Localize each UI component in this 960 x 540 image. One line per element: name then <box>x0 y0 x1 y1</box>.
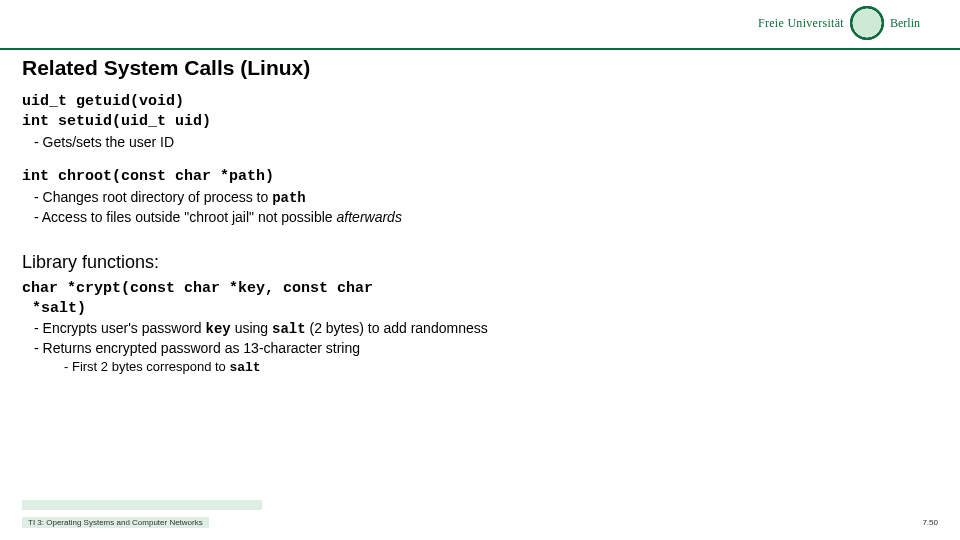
slide-content: uid_t getuid(void) int setuid(uid_t uid)… <box>22 92 938 377</box>
slide-title: Related System Calls (Linux) <box>22 56 310 80</box>
bullet-getset-uid: Gets/sets the user ID <box>28 133 938 152</box>
code-key: key <box>206 321 231 337</box>
code-crypt-l2: *salt) <box>22 299 938 319</box>
slide: Freie Universität Berlin Related System … <box>0 0 960 540</box>
code-getuid: uid_t getuid(void) <box>22 92 938 112</box>
text: First 2 bytes correspond to <box>72 359 230 374</box>
code-setuid: int setuid(uid_t uid) <box>22 112 938 132</box>
bullet-chroot-2: Access to files outside "chroot jail" no… <box>28 208 938 227</box>
brand-text-right: Berlin <box>890 16 920 31</box>
text: using <box>231 320 272 336</box>
brand-text-left: Freie Universität <box>758 16 844 31</box>
text: Encrypts user's password <box>43 320 206 336</box>
library-functions-heading: Library functions: <box>22 250 938 274</box>
code-chroot: int chroot(const char *path) <box>22 167 938 187</box>
footer-accent-bar <box>22 500 262 510</box>
bullet-chroot-1: Changes root directory of process to pat… <box>28 188 938 208</box>
bullet-crypt-2: Returns encrypted password as 13-charact… <box>28 339 938 358</box>
code-salt: salt <box>272 321 306 337</box>
footer: TI 3: Operating Systems and Computer Net… <box>0 517 960 528</box>
text: (2 bytes) to add randomness <box>306 320 488 336</box>
emph-afterwards: afterwards <box>337 209 402 225</box>
footer-course-title: TI 3: Operating Systems and Computer Net… <box>22 517 209 528</box>
bullet-crypt-1: Encrypts user's password key using salt … <box>28 319 938 339</box>
header-divider <box>0 48 960 50</box>
code-salt2: salt <box>229 360 260 375</box>
text: Changes root directory of process to <box>43 189 273 205</box>
header-logo: Freie Universität Berlin <box>758 6 920 40</box>
code-path: path <box>272 190 306 206</box>
university-seal-icon <box>850 6 884 40</box>
sub-bullet-salt: First 2 bytes correspond to salt <box>58 358 938 377</box>
footer-page-number: 7.50 <box>922 518 938 527</box>
code-crypt-l1: char *crypt(const char *key, const char <box>22 279 938 299</box>
text: Access to files outside "chroot jail" no… <box>42 209 337 225</box>
